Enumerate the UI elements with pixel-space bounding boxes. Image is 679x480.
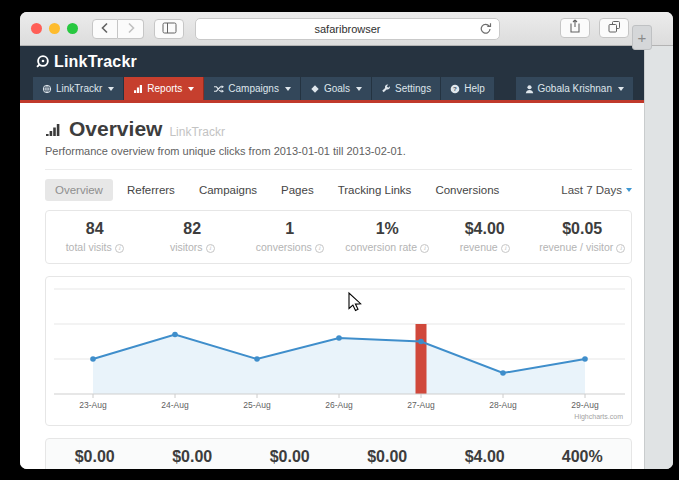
stat-revenue-visitor: $0.05revenue / visitori bbox=[534, 220, 632, 253]
nav-item-linktrackr[interactable]: LinkTrackr bbox=[33, 77, 124, 100]
visits-chart[interactable]: 23-Aug24-Aug25-Aug26-Aug27-Aug28-Aug29-A… bbox=[46, 277, 631, 427]
nav-item-label: Reports bbox=[147, 83, 182, 94]
nav-item-settings[interactable]: Settings bbox=[372, 77, 441, 100]
title-block: Overview LinkTrackr Performance overview… bbox=[45, 103, 632, 170]
bar-chart-icon bbox=[133, 84, 143, 94]
svg-text:23-Aug: 23-Aug bbox=[79, 400, 107, 410]
stat-cpa: $0.00cpai bbox=[339, 448, 437, 469]
stat-value: $0.00 bbox=[46, 448, 144, 466]
window-right-gutter bbox=[644, 46, 673, 469]
close-button[interactable] bbox=[31, 23, 42, 34]
user-menu[interactable]: Gobala Krishnan bbox=[516, 77, 635, 100]
share-button[interactable] bbox=[560, 18, 590, 38]
svg-text:28-Aug: 28-Aug bbox=[489, 400, 517, 410]
tab-referrers[interactable]: Referrers bbox=[117, 179, 185, 201]
stat-label: conversion ratei bbox=[339, 241, 437, 253]
stat-value: $0.00 bbox=[241, 448, 339, 466]
svg-text:29-Aug: 29-Aug bbox=[571, 400, 599, 410]
url-text: safaribrowser bbox=[314, 23, 380, 35]
chevron-down-icon bbox=[618, 87, 624, 91]
info-icon[interactable]: i bbox=[616, 244, 625, 253]
date-range-label: Last 7 Days bbox=[561, 184, 622, 196]
main-nav: LinkTrackrReportsCampaignsGoalsSettings?… bbox=[20, 77, 644, 103]
forward-button[interactable] bbox=[118, 19, 144, 39]
stat-cost-day: $0.00cost / dayi bbox=[241, 448, 339, 469]
date-range-selector[interactable]: Last 7 Days bbox=[561, 184, 632, 196]
svg-text:?: ? bbox=[453, 85, 457, 92]
diamond-icon bbox=[310, 84, 320, 94]
back-button[interactable] bbox=[92, 19, 118, 39]
info-icon[interactable]: i bbox=[420, 244, 429, 253]
tab-tracking-links[interactable]: Tracking Links bbox=[328, 179, 422, 201]
chevron-down-icon bbox=[356, 87, 362, 91]
stat-total-cost: $0.00total costi bbox=[46, 448, 144, 469]
nav-item-label: LinkTrackr bbox=[56, 83, 102, 94]
chevron-down-icon bbox=[108, 87, 114, 91]
tabs-row: OverviewReferrersCampaignsPagesTracking … bbox=[45, 170, 632, 210]
stat-cost-visit: $0.00cost / visiti bbox=[144, 448, 242, 469]
svg-text:24-Aug: 24-Aug bbox=[161, 400, 189, 410]
user-icon bbox=[525, 84, 534, 94]
tab-overview-button[interactable] bbox=[599, 18, 629, 38]
stat-label: revenuei bbox=[436, 241, 534, 253]
page-title: Overview bbox=[69, 117, 162, 141]
stat-visitors: 82visitorsi bbox=[144, 220, 242, 253]
sidebar-toggle-button[interactable] bbox=[154, 19, 184, 39]
stat-value: $0.00 bbox=[339, 448, 437, 466]
stat-revenue: $4.00revenuei bbox=[436, 220, 534, 253]
stat-profit: $4.00profiti bbox=[436, 448, 534, 469]
globe-icon bbox=[42, 84, 52, 94]
svg-text:27-Aug: 27-Aug bbox=[407, 400, 435, 410]
wrench-icon bbox=[381, 84, 391, 94]
tab-conversions[interactable]: Conversions bbox=[425, 179, 509, 201]
svg-text:Highcharts.com: Highcharts.com bbox=[574, 413, 623, 421]
chevron-down-icon bbox=[188, 87, 194, 91]
overview-chart-icon bbox=[45, 122, 62, 141]
info-icon[interactable]: i bbox=[115, 244, 124, 253]
info-icon[interactable]: i bbox=[315, 244, 324, 253]
browser-window: safaribrowser + LinkTrackr LinkTrackrRep… bbox=[20, 12, 673, 469]
linktrackr-logo-icon bbox=[35, 54, 50, 69]
nav-item-label: Gobala Krishnan bbox=[538, 83, 613, 94]
info-icon[interactable]: i bbox=[501, 244, 510, 253]
nav-item-label: Help bbox=[464, 83, 485, 94]
address-bar[interactable]: safaribrowser bbox=[195, 18, 500, 40]
zoom-button[interactable] bbox=[67, 23, 78, 34]
shuffle-icon bbox=[213, 84, 224, 94]
stat-total-visits: 84total visitsi bbox=[46, 220, 144, 253]
browser-toolbar: safaribrowser bbox=[20, 12, 673, 46]
stat-roi: 400%roii bbox=[534, 448, 632, 469]
nav-item-goals[interactable]: Goals bbox=[301, 77, 372, 100]
tab-pages[interactable]: Pages bbox=[271, 179, 324, 201]
page-title-suffix: LinkTrackr bbox=[169, 125, 225, 139]
stat-value: 1% bbox=[339, 220, 437, 238]
minimize-button[interactable] bbox=[49, 23, 60, 34]
nav-item-label: Campaigns bbox=[228, 83, 279, 94]
svg-text:26-Aug: 26-Aug bbox=[325, 400, 353, 410]
stat-value: 1 bbox=[241, 220, 339, 238]
reload-button[interactable] bbox=[479, 22, 492, 38]
brand-logo[interactable]: LinkTrackr bbox=[35, 53, 137, 71]
page-subtitle: Performance overview from unique clicks … bbox=[45, 145, 632, 157]
stat-label: revenue / visitori bbox=[534, 241, 632, 253]
forward-icon bbox=[126, 20, 136, 38]
tab-campaigns[interactable]: Campaigns bbox=[189, 179, 267, 201]
nav-item-label: Settings bbox=[395, 83, 431, 94]
tab-overview[interactable]: Overview bbox=[45, 179, 113, 201]
nav-item-label: Goals bbox=[324, 83, 350, 94]
stats-panel: 84total visitsi82visitorsi1conversionsi1… bbox=[45, 210, 632, 264]
stat-label: conversionsi bbox=[241, 241, 339, 253]
stat-value: $4.00 bbox=[436, 448, 534, 466]
nav-item-campaigns[interactable]: Campaigns bbox=[204, 77, 301, 100]
stat-label: total visitsi bbox=[46, 241, 144, 253]
page-content: Overview LinkTrackr Performance overview… bbox=[20, 103, 644, 469]
share-icon bbox=[569, 19, 581, 37]
new-tab-button[interactable]: + bbox=[632, 25, 652, 50]
sidebar-icon bbox=[162, 20, 177, 38]
svg-text:25-Aug: 25-Aug bbox=[243, 400, 271, 410]
brand-name: LinkTrackr bbox=[54, 53, 137, 71]
nav-item-help[interactable]: ?Help bbox=[441, 77, 495, 100]
info-icon[interactable]: i bbox=[206, 244, 215, 253]
stat-label: visitorsi bbox=[144, 241, 242, 253]
nav-item-reports[interactable]: Reports bbox=[124, 77, 204, 100]
